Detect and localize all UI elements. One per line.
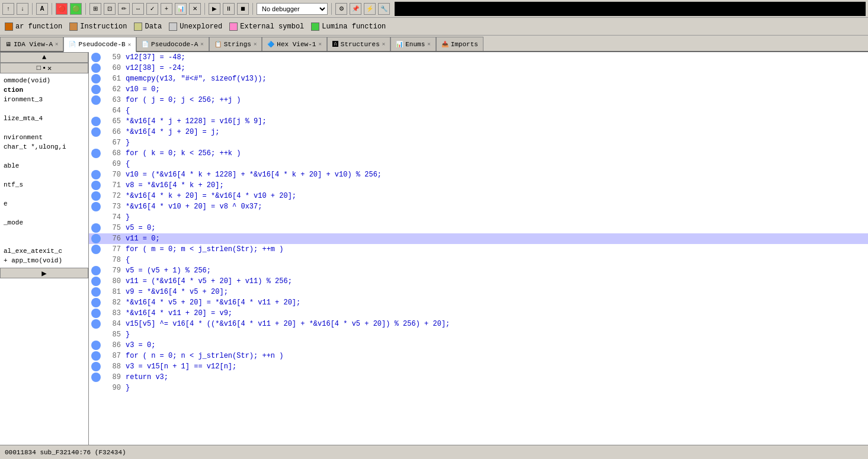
- line-dot-87: [91, 351, 101, 361]
- toolbar-btn-down[interactable]: ↓: [17, 3, 28, 15]
- line-code-60: v12[38] = -24;: [126, 63, 185, 73]
- sidebar-item-4[interactable]: lize_mta_4: [4, 114, 85, 123]
- sidebar-item-3[interactable]: [4, 104, 85, 114]
- line-num-67: 67: [103, 137, 121, 148]
- sidebar-scroll-up[interactable]: ▲: [0, 52, 88, 63]
- tab-close-structures[interactable]: ✕: [382, 41, 385, 47]
- legend-label-unexplored: Unexplored: [180, 23, 222, 31]
- debugger-select[interactable]: No debugger: [257, 3, 328, 15]
- sidebar-item-5[interactable]: [4, 123, 85, 133]
- tab-close-pseudo-a[interactable]: ✕: [200, 41, 203, 47]
- sidebar-item-7[interactable]: char_t *,ulong,i: [4, 142, 85, 152]
- sidebar-item-15[interactable]: _mode: [4, 218, 85, 227]
- line-dot-74: [91, 213, 101, 222]
- tab-imports[interactable]: 📥 Imports: [436, 37, 483, 51]
- toolbar-btn-color[interactable]: 🔴: [56, 3, 68, 15]
- toolbar-btn-extra1[interactable]: ⚙: [335, 3, 347, 15]
- toolbar-btn-pause[interactable]: ⏸: [223, 3, 235, 15]
- tab-strings[interactable]: 📋 Strings ✕: [209, 37, 262, 51]
- sidebar-item-10[interactable]: [4, 171, 85, 180]
- line-num-90: 90: [103, 383, 121, 393]
- line-num-78: 78: [103, 255, 121, 265]
- line-num-61: 61: [103, 73, 121, 84]
- toolbar-btn-play[interactable]: ▶: [209, 3, 220, 15]
- line-code-68: for ( k = 0; k < 256; ++k ): [126, 148, 241, 159]
- main-layout: ▲ □ ▪ ✕ ommode(void) ction ironment_3 li…: [0, 52, 868, 445]
- toolbar-btn-a[interactable]: A: [36, 3, 48, 15]
- line-num-85: 85: [103, 329, 121, 340]
- tab-close-enums[interactable]: ✕: [427, 41, 430, 47]
- tab-close-strings[interactable]: ✕: [254, 41, 257, 47]
- code-line-62: 62v10 = 0;: [89, 84, 868, 95]
- sidebar-item-1[interactable]: ction: [4, 85, 85, 95]
- code-line-60: 60v12[38] = -24;: [89, 63, 868, 73]
- line-dot-77: [91, 245, 101, 254]
- line-num-89: 89: [103, 372, 121, 383]
- tab-pseudocode-b[interactable]: 📄 Pseudocode-B ✕: [63, 37, 136, 52]
- toolbar-btn-grid[interactable]: ⊞: [89, 3, 101, 15]
- sidebar-scroll-right[interactable]: ▶: [0, 268, 88, 278]
- legend-unexplored: Unexplored: [169, 23, 222, 31]
- code-line-63: 63for ( j = 0; j < 256; ++j ): [89, 95, 868, 105]
- tab-close-pseudo-b[interactable]: ✕: [128, 41, 131, 48]
- tab-icon-hex: 🔷: [267, 41, 274, 48]
- tab-label-ida: IDA View-A: [14, 41, 53, 48]
- legend-label-instruction: Instruction: [80, 23, 127, 31]
- sidebar-item-13[interactable]: e: [4, 199, 85, 208]
- sidebar-item-2[interactable]: ironment_3: [4, 95, 85, 104]
- tab-icon-structures: 🅰: [332, 41, 338, 48]
- tab-structures[interactable]: 🅰 Structures ✕: [327, 37, 390, 51]
- toolbar-sep-1: [32, 3, 33, 15]
- toolbar-btn-pencil[interactable]: ✏: [118, 3, 130, 15]
- sidebar-item-11[interactable]: ntf_s: [4, 180, 85, 190]
- line-code-61: qmemcpy(v13, "#<#", sizeof(v13));: [126, 73, 267, 84]
- toolbar-btn-extra2[interactable]: 📌: [350, 3, 361, 15]
- line-code-88: v3 = v15[n + 1] == v12[n];: [126, 361, 236, 372]
- sidebar-item-18[interactable]: al_exe_atexit_c: [4, 246, 85, 256]
- toolbar-btn-arrow[interactable]: ↔: [132, 3, 144, 15]
- toolbar-btn-extra3[interactable]: ⚡: [364, 3, 376, 15]
- line-dot-85: [91, 330, 101, 339]
- tab-pseudocode-a[interactable]: 📄 Pseudocode-A ✕: [136, 37, 209, 51]
- sidebar-item-0[interactable]: ommode(void): [4, 76, 85, 85]
- line-num-73: 73: [103, 201, 121, 212]
- tab-hex-view[interactable]: 🔷 Hex View-1 ✕: [262, 37, 326, 51]
- line-code-67: }: [126, 137, 130, 148]
- toolbar-btn-plus[interactable]: +: [161, 3, 172, 15]
- toolbar-btn-graph[interactable]: 📊: [175, 3, 187, 15]
- code-line-85: 85}: [89, 329, 868, 340]
- toolbar-btn-green[interactable]: 🟢: [70, 3, 82, 15]
- sidebar-item-12[interactable]: [4, 190, 85, 199]
- line-code-77: for ( m = 0; m < j_strlen(Str); ++m ): [126, 244, 283, 255]
- toolbar-sep-4: [204, 3, 205, 15]
- line-num-70: 70: [103, 169, 121, 180]
- tab-close-ida[interactable]: ✕: [55, 41, 58, 47]
- line-num-71: 71: [103, 180, 121, 191]
- sidebar-item-16[interactable]: [4, 227, 85, 237]
- sidebar-item-6[interactable]: nvironment: [4, 133, 85, 142]
- tab-close-hex[interactable]: ✕: [318, 41, 321, 47]
- tab-label-hex: Hex View-1: [277, 41, 316, 48]
- sidebar-item-17[interactable]: [4, 237, 85, 246]
- toolbar-btn-up[interactable]: ↑: [2, 3, 14, 15]
- legend-ar-function: ar function: [5, 23, 62, 31]
- tab-icon-imports: 📥: [441, 41, 449, 48]
- sidebar-item-9[interactable]: able: [4, 161, 85, 171]
- toolbar-btn-grid2[interactable]: ⊡: [104, 3, 116, 15]
- tab-icon-pseudo-b: 📄: [69, 41, 76, 48]
- toolbar-btn-close[interactable]: ✕: [189, 3, 201, 15]
- sidebar-item-14[interactable]: [4, 208, 85, 218]
- toolbar-btn-stop[interactable]: ⏹: [237, 3, 249, 15]
- tab-enums[interactable]: 📊 Enums ✕: [390, 37, 435, 51]
- toolbar-btn-extra4[interactable]: 🔧: [378, 3, 390, 15]
- sidebar-minimize[interactable]: □ ▪ ✕: [0, 63, 88, 73]
- code-scroll[interactable]: 59v12[37] = -48;60v12[38] = -24;61qmemcp…: [89, 52, 868, 445]
- legend-color-instruction: [69, 23, 78, 31]
- line-code-72: *&v16[4 * k + 20] = *&v16[4 * v10 + 20];: [126, 191, 296, 201]
- sidebar-item-8[interactable]: [4, 152, 85, 161]
- tab-ida-view-a[interactable]: 🖥 IDA View-A ✕: [0, 37, 63, 51]
- line-dot-83: [91, 309, 101, 318]
- sidebar-item-19[interactable]: + app_tmo(void): [4, 256, 85, 265]
- toolbar-btn-check[interactable]: ✓: [146, 3, 158, 15]
- line-num-62: 62: [103, 84, 121, 95]
